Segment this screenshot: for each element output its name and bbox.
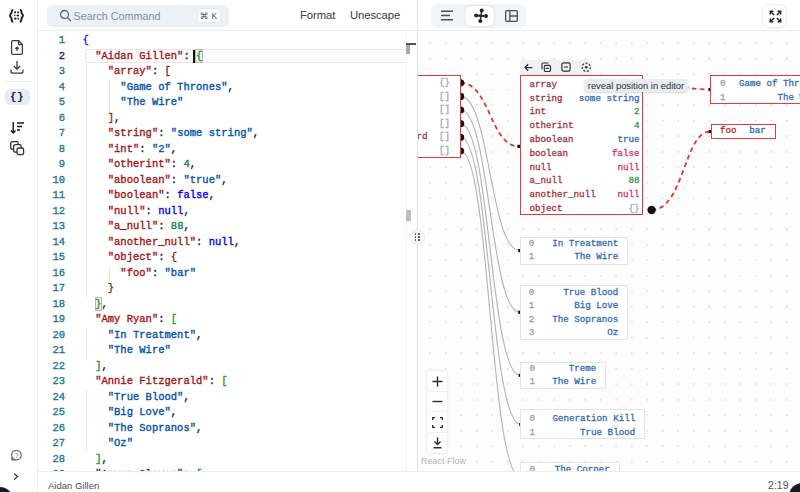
svg-text:?: ? bbox=[14, 452, 18, 459]
